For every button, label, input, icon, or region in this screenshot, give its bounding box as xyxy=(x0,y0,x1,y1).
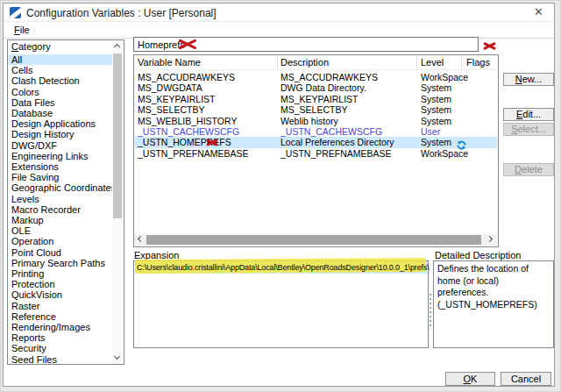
category-item-design-applications[interactable]: Design Applications xyxy=(9,118,112,129)
cell-level: System xyxy=(421,116,451,126)
category-item-cells[interactable]: Cells xyxy=(9,65,112,75)
cell-variable-name: _USTN_PREFNAMEBASE xyxy=(138,148,249,159)
category-item-primary-search-paths[interactable]: Primary Search Paths xyxy=(9,258,112,268)
sync-flag-icon xyxy=(457,138,466,147)
category-item-extensions[interactable]: Extensions xyxy=(9,161,112,172)
expansion-box: C:\Users\claudio.cristallini\AppData\Loc… xyxy=(133,260,429,348)
category-scrollbar[interactable] xyxy=(112,41,123,363)
variable-row-ustn-prefnamebase[interactable]: _USTN_PREFNAMEBASE_USTN_PREFNAMEBASEWork… xyxy=(135,148,497,159)
new-button[interactable]: New... xyxy=(503,73,554,86)
variable-row-ustn-cachewscfg[interactable]: _USTN_CACHEWSCFG_USTN_CACHEWSCFGUser xyxy=(135,126,497,137)
category-item-data-files[interactable]: Data Files xyxy=(9,97,112,108)
category-item-database[interactable]: Database xyxy=(9,108,112,118)
category-item-design-history[interactable]: Design History xyxy=(9,129,112,139)
category-item-all[interactable]: All xyxy=(9,54,112,65)
cell-description: _USTN_PREFNAMEBASE xyxy=(280,148,392,159)
scroll-right-button[interactable] xyxy=(486,234,497,246)
cell-description: DWG Data Directory. xyxy=(280,82,366,93)
scroll-up-button[interactable] xyxy=(112,41,123,52)
category-item-ole[interactable]: OLE xyxy=(9,225,112,236)
menu-file[interactable]: File xyxy=(11,24,32,36)
category-item-markup[interactable]: Markup xyxy=(9,215,112,225)
category-item-macro-recorder[interactable]: Macro Recorder xyxy=(9,204,112,215)
cell-level: System xyxy=(421,104,451,115)
category-panel: Category AllCellsClash DetectionColorsDa… xyxy=(7,39,124,365)
variable-row-ms-weblib-history[interactable]: MS_WEBLIB_HISTORYWeblib historySystem xyxy=(135,116,497,126)
column-divider xyxy=(461,56,462,69)
category-item-raster[interactable]: Raster xyxy=(9,301,112,311)
cell-level: User xyxy=(421,126,440,137)
category-item-dwg-dxf[interactable]: DWG/DXF xyxy=(9,140,112,151)
select-button[interactable]: Select... xyxy=(503,123,554,136)
detailed-description-label: Detailed Description xyxy=(435,250,521,260)
category-item-security[interactable]: Security xyxy=(9,343,112,353)
col-description[interactable]: Description xyxy=(280,57,329,68)
pane-splitter-handle[interactable] xyxy=(430,294,431,327)
cancel-button[interactable]: Cancel xyxy=(501,372,551,386)
variable-row-ms-accudrawkeys[interactable]: MS_ACCUDRAWKEYSMS_ACCUDRAWKEYSWorkSpace xyxy=(135,72,497,82)
cell-level: System xyxy=(421,94,451,104)
category-item-printing[interactable]: Printing xyxy=(9,268,112,279)
cell-description: Local Preferences Directory xyxy=(280,137,394,147)
title-bar: Configuration Variables : User [Personal… xyxy=(4,4,554,22)
column-divider xyxy=(277,56,278,69)
expansion-value: C:\Users\claudio.cristallini\AppData\Loc… xyxy=(137,263,430,272)
cell-description: Weblib history xyxy=(280,116,338,126)
clear-filter-icon[interactable] xyxy=(483,41,496,51)
category-item-colors[interactable]: Colors xyxy=(9,87,112,97)
cell-description: MS_ACCUDRAWKEYS xyxy=(280,72,378,82)
variable-row-ms-dwgdata[interactable]: MS_DWGDATADWG Data Directory.System xyxy=(135,82,497,93)
chevron-down-icon xyxy=(114,353,120,360)
variable-row-ustn-homeprefs[interactable]: _USTN_HOMEPREFSLocal Preferences Directo… xyxy=(135,137,497,147)
category-list: AllCellsClash DetectionColorsData FilesD… xyxy=(9,54,112,363)
cell-variable-name: MS_DWGDATA xyxy=(138,82,202,93)
cell-description: MS_SELECTBY xyxy=(280,104,347,115)
category-item-levels[interactable]: Levels xyxy=(9,194,112,204)
category-item-engineering-links[interactable]: Engineering Links xyxy=(9,151,112,161)
chevron-left-icon xyxy=(138,236,144,242)
category-item-operation[interactable]: Operation xyxy=(9,236,112,246)
scrollbar-thumb[interactable] xyxy=(113,53,122,218)
cell-level: System xyxy=(421,137,451,147)
category-item-reference[interactable]: Reference xyxy=(9,311,112,322)
cell-description: MS_KEYPAIRLIST xyxy=(280,94,359,104)
cell-variable-name: _USTN_CACHEWSCFG xyxy=(138,126,239,137)
category-item-geographic-coordinates[interactable]: Geographic Coordinates xyxy=(9,182,112,193)
configuration-variables-dialog: Configuration Variables : User [Personal… xyxy=(3,3,555,387)
cell-variable-name: MS_SELECTBY xyxy=(138,104,204,115)
chevron-right-icon xyxy=(486,236,493,242)
category-item-quickvision[interactable]: QuickVision xyxy=(9,289,112,300)
category-item-rendering-images[interactable]: Rendering/Images xyxy=(9,322,112,332)
table-hscrollbar[interactable] xyxy=(135,234,497,246)
category-header: Category xyxy=(11,41,51,52)
cell-level: System xyxy=(421,82,451,93)
window-title: Configuration Variables : User [Personal… xyxy=(26,7,217,19)
category-item-clash-detection[interactable]: Clash Detection xyxy=(9,75,112,86)
cell-variable-name: MS_ACCUDRAWKEYS xyxy=(138,72,235,82)
category-item-reports[interactable]: Reports xyxy=(9,332,112,343)
ok-button[interactable]: OK xyxy=(445,372,495,386)
category-item-file-saving[interactable]: File Saving xyxy=(9,172,112,182)
category-item-point-cloud[interactable]: Point Cloud xyxy=(9,247,112,258)
scroll-left-button[interactable] xyxy=(135,234,146,246)
variable-row-ms-selectby[interactable]: MS_SELECTBYMS_SELECTBYSystem xyxy=(135,104,497,115)
col-flags[interactable]: Flags xyxy=(466,57,490,68)
cell-variable-name: MS_WEBLIB_HISTORY xyxy=(138,116,237,126)
chevron-up-icon xyxy=(114,44,120,50)
category-item-protection[interactable]: Protection xyxy=(9,279,112,289)
variable-row-ms-keypairlist[interactable]: MS_KEYPAIRLISTMS_KEYPAIRLISTSystem xyxy=(135,94,497,104)
col-level[interactable]: Level xyxy=(421,57,444,68)
screenshot-frame: Configuration Variables : User [Personal… xyxy=(0,0,561,392)
edit-button[interactable]: Edit... xyxy=(503,108,554,121)
cell-variable-name: MS_KEYPAIRLIST xyxy=(138,94,216,104)
hscrollbar-thumb[interactable] xyxy=(146,235,481,245)
annotation-x-on-filter xyxy=(178,39,197,51)
delete-button[interactable]: Delete xyxy=(503,163,554,176)
category-item-seed-files[interactable]: Seed Files xyxy=(9,354,112,363)
scroll-down-button[interactable] xyxy=(112,353,123,363)
variables-table: Variable Name Description Level Flags MS… xyxy=(133,54,499,247)
cell-level: WorkSpace xyxy=(421,148,468,159)
col-variable-name[interactable]: Variable Name xyxy=(138,57,201,68)
close-icon[interactable]: ✕ xyxy=(534,5,543,18)
column-divider xyxy=(416,56,417,69)
